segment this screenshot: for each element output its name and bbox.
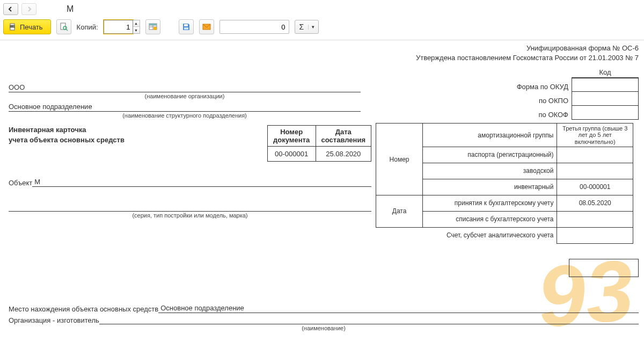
cell-value-field[interactable] bbox=[219, 20, 289, 34]
svg-rect-14 bbox=[184, 27, 188, 30]
inventory-label: инвентарный bbox=[423, 179, 557, 195]
object-name-field: М bbox=[32, 178, 371, 187]
nav-back-button[interactable] bbox=[3, 3, 18, 15]
location-label: Место нахождения объекта основных средст… bbox=[9, 305, 158, 313]
doc-number-date-table: Номер документа Дата составления 00-0000… bbox=[267, 125, 371, 162]
copies-input[interactable] bbox=[104, 20, 133, 34]
accept-date-value: 08.05.2020 bbox=[557, 195, 633, 211]
print-button-label: Печать bbox=[20, 23, 43, 31]
org-name-caption: (наименование организации) bbox=[9, 93, 361, 99]
division-caption: (наименование структурного подразделения… bbox=[9, 112, 361, 119]
svg-rect-2 bbox=[10, 27, 14, 30]
account-value bbox=[557, 227, 633, 243]
okud-value bbox=[572, 78, 639, 92]
svg-rect-13 bbox=[184, 24, 188, 26]
amort-group-value: Третья группа (свыше 3 лет до 5 лет вклю… bbox=[557, 124, 633, 147]
diskette-icon bbox=[182, 23, 191, 31]
preview-button[interactable] bbox=[56, 19, 71, 34]
form-header-line1: Унифицированная форма № ОС-6 bbox=[9, 43, 639, 53]
svg-rect-11 bbox=[149, 24, 157, 25]
location-value: Основное подразделение bbox=[158, 304, 639, 313]
card-title: Инвентарная карточка учета объекта основ… bbox=[9, 125, 267, 144]
table-icon bbox=[149, 23, 157, 31]
extra-code-box bbox=[569, 259, 639, 277]
print-button[interactable]: Печать bbox=[3, 19, 51, 34]
copies-label: Копий: bbox=[77, 23, 98, 31]
okof-value bbox=[572, 106, 639, 120]
sigma-icon: Σ bbox=[299, 23, 304, 31]
nav-forward-button[interactable] bbox=[21, 3, 36, 15]
passport-label: паспорта (регистрационный) bbox=[423, 147, 557, 163]
okpo-value bbox=[572, 92, 639, 106]
arrow-left-icon bbox=[8, 6, 14, 12]
manufacturer-caption: (наименование) bbox=[9, 325, 639, 331]
inventory-value: 00-000001 bbox=[557, 179, 633, 195]
account-label: Счет, субсчет аналитического учета bbox=[376, 227, 557, 243]
okud-label: Форма по ОКУД bbox=[517, 83, 572, 92]
number-row-label: Номер bbox=[376, 124, 423, 195]
chevron-down-icon: ▼ bbox=[308, 25, 317, 30]
svg-rect-1 bbox=[10, 24, 14, 25]
doc-no-header: Номер документа bbox=[267, 126, 316, 147]
doc-date-header: Дата составления bbox=[316, 126, 371, 147]
svg-point-12 bbox=[153, 27, 157, 30]
division-field: Основное подразделение bbox=[9, 101, 361, 112]
doc-date-value: 25.08.2020 bbox=[316, 147, 371, 162]
table-settings-button[interactable] bbox=[145, 19, 160, 34]
factory-label: заводской bbox=[423, 163, 557, 179]
object-label: Объект bbox=[9, 179, 32, 187]
copies-spinner-up[interactable]: ▲ bbox=[133, 20, 140, 27]
copies-spinner-down[interactable]: ▼ bbox=[133, 27, 140, 33]
svg-line-6 bbox=[66, 29, 68, 31]
form-header-line2: Утверждена постановлением Госкомстата Ро… bbox=[9, 53, 639, 63]
amort-group-label: амортизационной группы bbox=[423, 124, 557, 147]
send-email-button[interactable] bbox=[199, 19, 214, 34]
okpo-label: по ОКПО bbox=[539, 97, 572, 106]
okof-label: по ОКОФ bbox=[539, 111, 572, 120]
save-button[interactable] bbox=[179, 19, 194, 34]
window-title: М bbox=[67, 4, 74, 14]
object-model-field bbox=[9, 202, 371, 212]
page-magnifier-icon bbox=[60, 23, 68, 31]
svg-point-3 bbox=[13, 26, 14, 27]
writeoff-date-value bbox=[557, 211, 633, 227]
org-name-field: ООО bbox=[9, 82, 361, 92]
date-row-label: Дата bbox=[376, 195, 423, 227]
arrow-right-icon bbox=[26, 6, 32, 12]
factory-value bbox=[557, 163, 633, 179]
manufacturer-label: Организация - изготовитель bbox=[9, 316, 99, 324]
printer-icon bbox=[8, 23, 17, 31]
writeoff-date-label: списания с бухгалтерского учета bbox=[423, 211, 557, 227]
code-column-header: Код bbox=[572, 68, 639, 78]
sum-button[interactable]: Σ ▼ bbox=[295, 20, 319, 34]
accept-date-label: принятия к бухгалтерскому учету bbox=[423, 195, 557, 211]
manufacturer-value bbox=[99, 315, 639, 324]
doc-no-value: 00-000001 bbox=[267, 147, 316, 162]
object-model-caption: (серия, тип постройки или модель, марка) bbox=[9, 212, 371, 219]
passport-value bbox=[557, 147, 633, 163]
side-codes-table: Номер амортизационной группы Третья груп… bbox=[376, 123, 633, 243]
envelope-icon bbox=[202, 23, 211, 31]
